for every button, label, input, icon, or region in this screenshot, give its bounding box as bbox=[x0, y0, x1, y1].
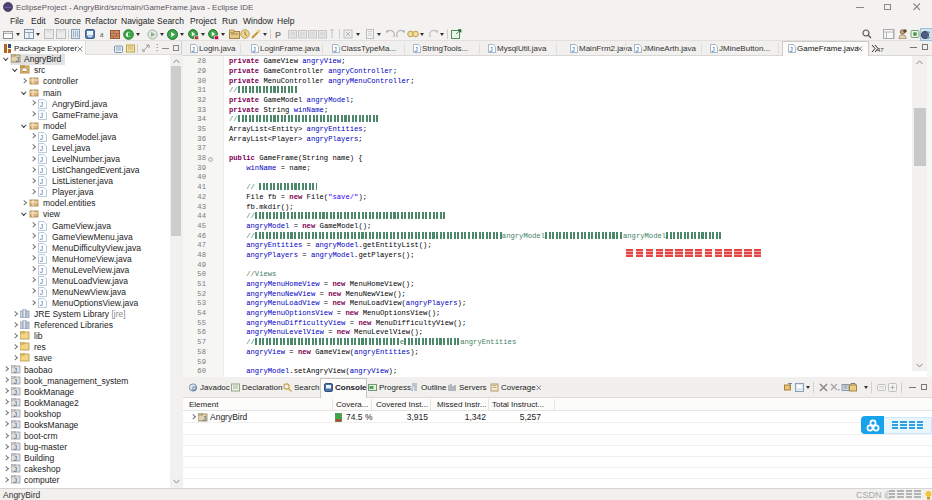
svg-text:J: J bbox=[40, 112, 43, 119]
svg-text:J: J bbox=[14, 455, 18, 462]
svg-text:J: J bbox=[14, 377, 18, 384]
svg-text:J: J bbox=[40, 156, 43, 163]
svg-text:J: J bbox=[334, 46, 337, 53]
svg-text:@: @ bbox=[191, 385, 197, 391]
svg-text:J: J bbox=[790, 46, 793, 53]
svg-text:J: J bbox=[14, 388, 18, 395]
svg-text:J: J bbox=[40, 289, 43, 296]
svg-text:J: J bbox=[490, 46, 493, 53]
svg-text:J: J bbox=[40, 245, 43, 252]
svg-text:J: J bbox=[40, 223, 43, 230]
svg-text:a: a bbox=[100, 30, 104, 38]
svg-text:J: J bbox=[14, 477, 18, 484]
svg-text:J: J bbox=[14, 410, 18, 417]
svg-text:J: J bbox=[16, 56, 20, 63]
svg-text:J: J bbox=[40, 234, 43, 241]
svg-text:J: J bbox=[415, 46, 418, 53]
svg-text:J: J bbox=[40, 167, 43, 174]
svg-text:P: P bbox=[275, 30, 281, 40]
svg-text:J: J bbox=[636, 46, 639, 53]
svg-text:J: J bbox=[712, 46, 715, 53]
svg-text:J: J bbox=[14, 444, 18, 451]
svg-text:J: J bbox=[14, 421, 18, 428]
svg-text:J: J bbox=[40, 300, 43, 307]
svg-text:J: J bbox=[572, 46, 575, 53]
svg-text:J: J bbox=[14, 399, 18, 406]
svg-text:J: J bbox=[40, 256, 43, 263]
svg-text:J: J bbox=[40, 267, 43, 274]
svg-text:J: J bbox=[203, 414, 207, 421]
svg-text:J: J bbox=[40, 101, 43, 108]
svg-text:J: J bbox=[40, 189, 43, 196]
svg-text:J: J bbox=[14, 466, 18, 473]
svg-text:J: J bbox=[14, 433, 18, 440]
svg-text:J: J bbox=[40, 278, 43, 285]
svg-text:J: J bbox=[40, 145, 43, 152]
svg-text:J: J bbox=[14, 366, 18, 373]
svg-text:J: J bbox=[40, 178, 43, 185]
svg-text:J: J bbox=[192, 46, 195, 53]
svg-text:J: J bbox=[253, 46, 256, 53]
svg-text:J: J bbox=[40, 134, 43, 141]
